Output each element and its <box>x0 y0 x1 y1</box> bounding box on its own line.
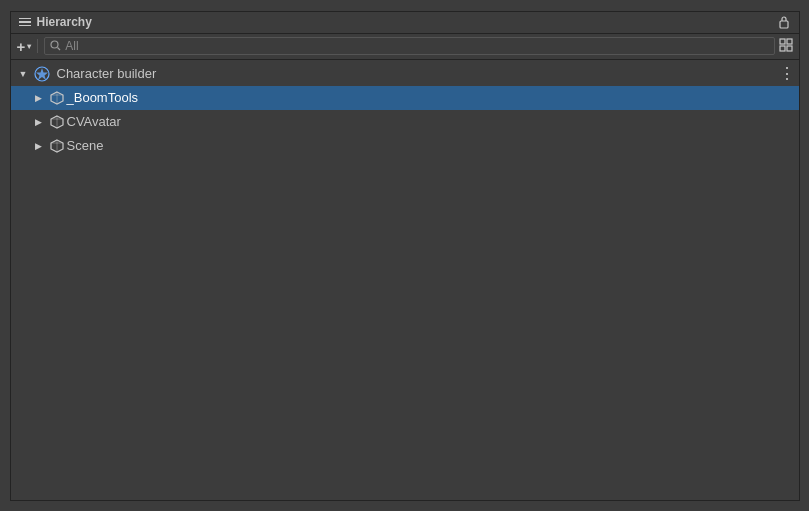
plus-icon: + <box>17 38 26 55</box>
search-input[interactable] <box>65 39 768 53</box>
cvavatar-label: CVAvatar <box>67 114 121 129</box>
svg-rect-4 <box>787 39 792 44</box>
add-button[interactable]: + ▾ <box>17 38 32 55</box>
expand-icon[interactable] <box>779 38 793 55</box>
hamburger-menu-icon[interactable] <box>19 18 31 27</box>
collapse-arrow-cvavatar-icon: ▶ <box>35 117 45 127</box>
search-icon <box>50 40 61 53</box>
lock-icon[interactable] <box>777 15 791 29</box>
panel-title: Hierarchy <box>37 15 92 29</box>
svg-marker-8 <box>36 68 48 80</box>
svg-point-1 <box>51 41 58 48</box>
dropdown-arrow-icon: ▾ <box>27 42 31 51</box>
tree-area: ▼ Character builder ⋮ ▶ _BoomTools ▶ <box>11 60 799 500</box>
toolbar-divider <box>37 39 38 53</box>
collapse-arrow-icon: ▼ <box>19 69 29 79</box>
tree-item-root[interactable]: ▼ Character builder ⋮ <box>11 62 799 86</box>
tree-item-scene[interactable]: ▶ Scene <box>11 134 799 158</box>
svg-rect-0 <box>780 21 788 28</box>
header-right <box>777 15 791 29</box>
root-label: Character builder <box>57 66 157 81</box>
svg-line-2 <box>58 47 61 50</box>
collapse-arrow-scene-icon: ▶ <box>35 141 45 151</box>
panel-header: Hierarchy <box>11 12 799 34</box>
cube-icon-scene <box>49 138 65 154</box>
svg-rect-6 <box>787 46 792 51</box>
search-bar[interactable] <box>44 37 774 55</box>
root-icon <box>33 65 51 83</box>
tree-item-cvavatar[interactable]: ▶ CVAvatar <box>11 110 799 134</box>
collapse-arrow-boomtools-icon: ▶ <box>35 93 45 103</box>
toolbar: + ▾ <box>11 34 799 60</box>
svg-rect-3 <box>780 39 785 44</box>
context-menu-icon[interactable]: ⋮ <box>779 64 795 83</box>
boomtools-label: _BoomTools <box>67 90 139 105</box>
hierarchy-panel: Hierarchy + ▾ <box>10 11 800 501</box>
tree-item-boomtools[interactable]: ▶ _BoomTools <box>11 86 799 110</box>
cube-icon-cvavatar <box>49 114 65 130</box>
cube-icon-boomtools <box>49 90 65 106</box>
header-left: Hierarchy <box>19 15 92 29</box>
svg-rect-5 <box>780 46 785 51</box>
scene-label: Scene <box>67 138 104 153</box>
